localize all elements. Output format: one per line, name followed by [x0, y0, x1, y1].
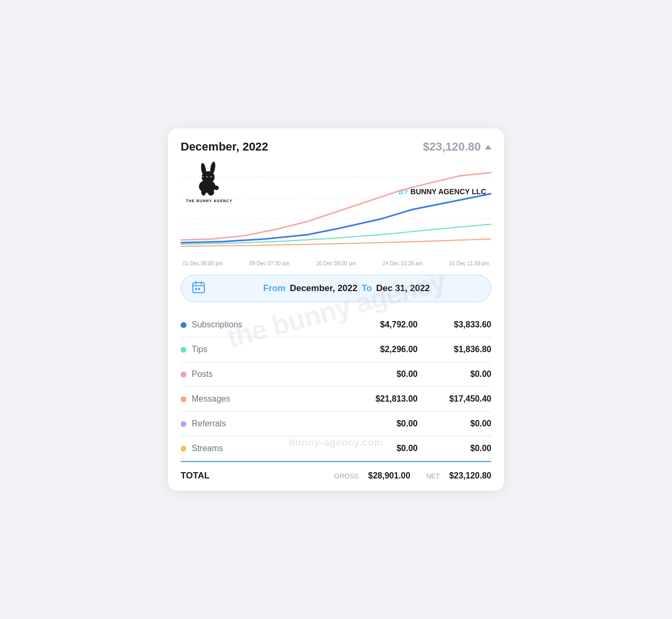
- header-row: December, 2022 $23,120.80: [181, 140, 491, 154]
- chevron-up-icon: [485, 145, 491, 149]
- posts-net: $0.00: [433, 370, 491, 379]
- stats-row-subscriptions: Subscriptions $4,792.00 $3,833.60: [181, 313, 491, 337]
- stats-row-tips: Tips $2,296.00 $1,836.80: [181, 337, 491, 362]
- streams-dot: [181, 446, 186, 452]
- x-label-4: 31 Dec 11:59 pm: [449, 261, 489, 266]
- tips-gross: $2,296.00: [255, 345, 433, 354]
- tips-dot: [181, 347, 186, 353]
- main-card: the bunny agency bunny-agency.com Decemb…: [168, 128, 504, 491]
- posts-label: Posts: [192, 370, 255, 379]
- subscriptions-gross: $4,792.00: [255, 320, 433, 330]
- svg-rect-11: [193, 283, 204, 293]
- total-gross-value: $28,901.00: [368, 471, 410, 480]
- messages-label: Messages: [192, 394, 255, 404]
- messages-net: $17,450.40: [433, 394, 491, 404]
- date-range-text: From December, 2022 To Dec 31, 2022: [213, 283, 480, 294]
- x-label-0: 01 Dec 06:00 pm: [183, 261, 223, 266]
- date-range-bar[interactable]: From December, 2022 To Dec 31, 2022: [181, 275, 491, 302]
- header-amount: $23,120.80: [423, 140, 491, 154]
- referrals-dot: [181, 421, 186, 427]
- total-net: NET $23,120.80: [426, 471, 491, 481]
- referrals-label: Referrals: [192, 419, 255, 428]
- total-label: TOTAL: [181, 471, 244, 481]
- subscriptions-net: $3,833.60: [433, 320, 491, 330]
- posts-dot: [181, 372, 186, 377]
- chart-area: THE BUNNY AGENCY BY BUNNY AGENCY LLC 01: [181, 161, 491, 266]
- from-date: December, 2022: [290, 283, 358, 294]
- chart-x-labels: 01 Dec 06:00 pm 09 Dec 07:30 am 16 Dec 0…: [181, 261, 491, 266]
- stats-row-messages: Messages $21,813.00 $17,450.40: [181, 387, 491, 412]
- messages-dot: [181, 396, 186, 402]
- gross-label: GROSS: [334, 472, 359, 480]
- stats-row-posts: Posts $0.00 $0.00: [181, 362, 491, 387]
- streams-label: Streams: [192, 444, 255, 453]
- x-label-2: 16 Dec 09:00 pm: [316, 261, 356, 266]
- total-row: TOTAL GROSS $28,901.00 NET $23,120.80: [181, 461, 491, 491]
- subscriptions-dot: [181, 322, 186, 328]
- total-net-value: $23,120.80: [449, 471, 491, 480]
- streams-gross: $0.00: [255, 444, 433, 453]
- stats-row-streams: Streams $0.00 $0.00: [181, 436, 491, 461]
- chart-svg: [181, 161, 491, 251]
- net-label: NET: [426, 472, 440, 480]
- to-date: Dec 31, 2022: [376, 283, 430, 294]
- to-label: To: [362, 283, 372, 294]
- referrals-gross: $0.00: [255, 419, 433, 428]
- page-title: December, 2022: [181, 140, 268, 154]
- x-label-3: 24 Dec 10:29 am: [382, 261, 422, 266]
- stats-table: Subscriptions $4,792.00 $3,833.60 Tips $…: [181, 313, 491, 491]
- from-label: From: [263, 283, 286, 294]
- messages-gross: $21,813.00: [255, 394, 433, 404]
- x-label-1: 09 Dec 07:30 am: [249, 261, 289, 266]
- calendar-icon: [192, 281, 205, 296]
- subscriptions-label: Subscriptions: [192, 320, 255, 330]
- svg-rect-15: [195, 288, 197, 290]
- posts-gross: $0.00: [255, 370, 433, 379]
- tips-label: Tips: [192, 345, 255, 354]
- svg-rect-16: [198, 288, 200, 290]
- streams-net: $0.00: [433, 444, 491, 453]
- referrals-net: $0.00: [433, 419, 491, 428]
- stats-row-referrals: Referrals $0.00 $0.00: [181, 412, 491, 436]
- tips-net: $1,836.80: [433, 345, 491, 354]
- total-gross: GROSS $28,901.00: [244, 471, 426, 481]
